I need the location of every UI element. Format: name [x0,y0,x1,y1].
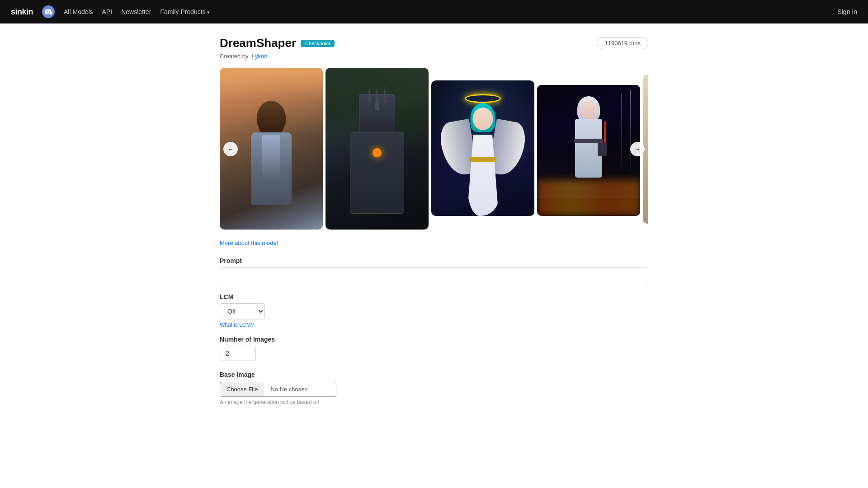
runs-badge: 1190619 runs [597,37,648,49]
created-by: Created by Lykon [220,53,648,60]
prompt-input[interactable] [220,267,648,284]
gallery-image-3[interactable] [431,80,534,216]
what-lcm-link[interactable]: What is LCM? [220,322,254,328]
num-images-input[interactable] [220,346,256,361]
file-input-wrapper: Choose File No file chosen [220,382,648,397]
navbar: sinkin All Models API Newsletter Family … [0,0,868,23]
title-row: DreamShaper Checkpoint 1190619 runs [220,36,648,50]
right-arrow-icon: → [634,145,641,153]
prompt-label: Prompt [220,257,648,264]
brand-logo[interactable]: sinkin [11,7,33,17]
more-about-link[interactable]: More about this model [220,239,278,246]
sign-in-button[interactable]: Sign In [837,8,857,15]
gallery-nav-right[interactable]: → [630,142,645,156]
base-image-hint: An image the generation will be based of… [220,399,648,405]
lcm-label: LCM [220,293,648,300]
base-image-label: Base Image [220,371,648,378]
prompt-section: Prompt [220,257,648,284]
gallery-image-2[interactable] [326,68,429,230]
num-images-section: Number of Images [220,336,648,361]
nav-family-products[interactable]: Family Products [160,8,209,15]
nav-newsletter[interactable]: Newsletter [121,8,151,15]
base-image-section: Base Image Choose File No file chosen An… [220,371,648,405]
gallery-nav-left[interactable]: ← [223,142,238,156]
lcm-section: LCM Off On What is LCM? [220,293,648,328]
gallery-image-4[interactable] [537,85,640,216]
gallery: ← [220,68,648,230]
discord-icon[interactable] [42,5,55,18]
model-title: DreamShaper [220,36,296,50]
creator-link[interactable]: Lykon [252,53,267,60]
num-images-label: Number of Images [220,336,648,343]
main-content: DreamShaper Checkpoint 1190619 runs Crea… [212,23,656,440]
checkpoint-badge: Checkpoint [301,40,335,47]
nav-all-models[interactable]: All Models [64,8,93,15]
lcm-select[interactable]: Off On [220,303,265,319]
left-arrow-icon: ← [227,145,234,153]
file-name-display: No file chosen [264,382,336,397]
choose-file-button[interactable]: Choose File [220,382,264,397]
nav-api[interactable]: API [102,8,113,15]
title-left: DreamShaper Checkpoint [220,36,335,50]
nav-links: All Models API Newsletter Family Product… [64,8,210,15]
